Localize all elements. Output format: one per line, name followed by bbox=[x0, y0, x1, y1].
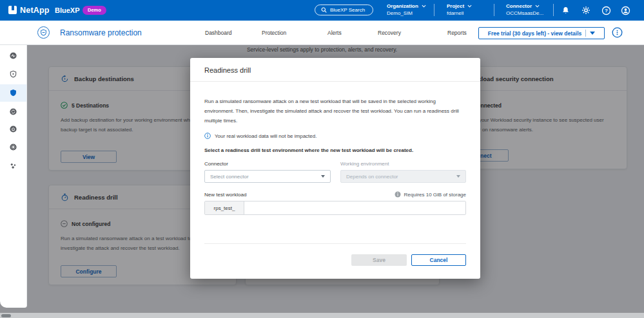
nav-ransomware-protection-shield-icon[interactable] bbox=[0, 84, 26, 102]
modal-instruction: Select a readiness drill test environmen… bbox=[204, 147, 466, 153]
settings-gear-icon[interactable] bbox=[581, 6, 591, 15]
brand-name: NetApp bbox=[20, 6, 50, 15]
project-selector[interactable]: Project fdarnell bbox=[447, 3, 472, 16]
tab-dashboard[interactable]: Dashboard bbox=[205, 30, 232, 36]
nav-extensions-dots-icon[interactable] bbox=[0, 156, 26, 174]
working-environment-field-label: Working environment bbox=[340, 161, 466, 167]
product-name: BlueXP bbox=[55, 6, 80, 14]
tab-reports[interactable]: Reports bbox=[447, 30, 467, 36]
project-label: Project bbox=[447, 3, 464, 9]
more-options-icon[interactable] bbox=[612, 27, 623, 38]
new-test-workload-label: New test workload bbox=[204, 192, 246, 198]
tab-protection[interactable]: Protection bbox=[262, 30, 286, 36]
caret-down-icon bbox=[456, 175, 460, 178]
connector-select-placeholder: Select connector bbox=[210, 174, 249, 180]
working-environment-select-disabled: Depends on connector bbox=[340, 170, 466, 183]
project-value: fdarnell bbox=[447, 10, 472, 16]
caret-down-icon bbox=[321, 175, 325, 178]
free-trial-button[interactable]: Free trial (30 days left) - view details bbox=[478, 27, 605, 39]
search-input[interactable]: BlueXP Search bbox=[315, 5, 373, 15]
help-icon[interactable]: ? bbox=[601, 6, 611, 15]
page-title: Ransomware protection bbox=[60, 28, 142, 37]
divider bbox=[585, 30, 586, 37]
netapp-logo-icon bbox=[8, 6, 17, 14]
account-avatar-icon[interactable] bbox=[621, 6, 630, 15]
storage-requirement-note: Requires 10 GiB of storage bbox=[395, 191, 467, 198]
svg-text:?: ? bbox=[605, 8, 608, 14]
search-placeholder: BlueXP Search bbox=[330, 7, 365, 13]
divider bbox=[553, 4, 554, 16]
search-icon bbox=[321, 7, 327, 13]
free-trial-label: Free trial (30 days left) - view details bbox=[488, 30, 582, 37]
scrollbar-thumb[interactable] bbox=[1, 314, 11, 317]
connector-selector[interactable]: Connector OCCMsaasDe... bbox=[506, 3, 543, 16]
readiness-drill-modal: Readiness drill Run a simulated ransomwa… bbox=[190, 58, 480, 279]
connector-field-label: Connector bbox=[204, 161, 331, 167]
organization-label: Organization bbox=[387, 3, 418, 9]
tab-alerts[interactable]: Alerts bbox=[327, 30, 342, 36]
bluexp-app: NetApp BlueXP Demo BlueXP Search Organiz… bbox=[0, 0, 644, 318]
cancel-button[interactable]: Cancel bbox=[411, 254, 466, 266]
organization-selector[interactable]: Organization Demo_SIM bbox=[387, 3, 426, 16]
left-nav-sidebar bbox=[0, 21, 27, 308]
divider bbox=[494, 4, 494, 16]
tab-recovery[interactable]: Recovery bbox=[378, 30, 401, 36]
info-filled-icon bbox=[395, 191, 401, 198]
working-environment-placeholder: Depends on connector bbox=[346, 174, 398, 180]
nav-health-monitor-icon[interactable] bbox=[0, 46, 26, 64]
modal-description: Run a simulated ransomware attack on a n… bbox=[204, 97, 466, 126]
caret-down-icon bbox=[590, 32, 595, 35]
nav-gear-circle-icon[interactable] bbox=[0, 138, 26, 156]
chevron-down-icon bbox=[535, 5, 540, 8]
chevron-down-icon bbox=[422, 5, 426, 8]
demo-badge: Demo bbox=[83, 6, 106, 15]
divider bbox=[204, 243, 466, 244]
workload-name-prefix: rps_test_ bbox=[205, 201, 244, 214]
new-workload-name-input[interactable] bbox=[244, 201, 465, 214]
storage-note-text: Requires 10 GiB of storage bbox=[404, 192, 467, 198]
organization-value: Demo_SIM bbox=[387, 10, 426, 16]
notifications-bell-icon[interactable] bbox=[561, 6, 571, 15]
ransomware-protection-icon bbox=[37, 26, 50, 39]
top-bar: NetApp BlueXP Demo BlueXP Search Organiz… bbox=[0, 0, 644, 21]
connector-label: Connector bbox=[506, 3, 532, 9]
modal-info-text: Your real workload data will not be impa… bbox=[215, 133, 317, 139]
nav-sync-icon[interactable] bbox=[0, 102, 26, 120]
info-icon bbox=[204, 133, 211, 139]
nav-shield-heart-icon[interactable] bbox=[0, 65, 26, 83]
divider bbox=[434, 4, 434, 16]
connector-select[interactable]: Select connector bbox=[204, 170, 331, 183]
new-workload-input-group: rps_test_ bbox=[204, 201, 466, 215]
nav-home-icon[interactable] bbox=[0, 120, 26, 138]
horizontal-scrollbar bbox=[0, 313, 644, 318]
save-button[interactable]: Save bbox=[351, 254, 407, 266]
service-header: Ransomware protection Dashboard Protecti… bbox=[0, 21, 644, 45]
connector-value: OCCMsaasDe... bbox=[506, 10, 543, 16]
modal-title: Readiness drill bbox=[190, 58, 480, 82]
chevron-down-icon bbox=[467, 5, 472, 8]
